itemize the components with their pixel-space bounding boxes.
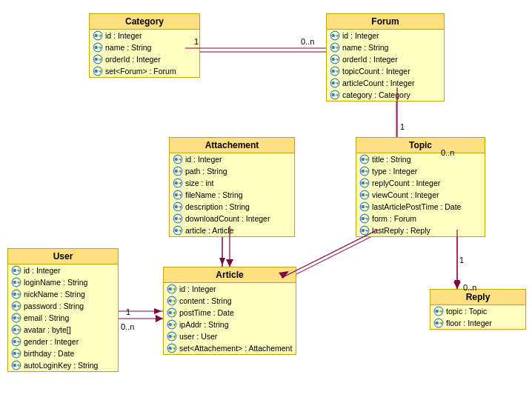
field-text: birthday : Date [24, 349, 74, 358]
field-text: avatar : byte[] [24, 325, 71, 334]
svg-rect-158 [174, 324, 175, 326]
field-text: ipAddr : String [179, 320, 229, 329]
field-text: type : Integer [372, 167, 417, 176]
svg-point-76 [174, 229, 178, 233]
field-icon [11, 336, 21, 347]
field-icon [330, 78, 340, 88]
field-att-path: path : String [170, 165, 294, 177]
field-icon [173, 166, 183, 176]
field-topic-type: type : Integer [356, 165, 485, 177]
field-text: content : String [179, 296, 232, 305]
svg-rect-37 [336, 59, 339, 59]
svg-rect-142 [19, 365, 19, 367]
field-icon [93, 42, 103, 53]
class-reply-header: Reply [430, 290, 525, 305]
svg-point-168 [435, 310, 439, 313]
field-icon [167, 319, 177, 330]
field-icon [330, 42, 340, 53]
field-reply-topic: topic : Topic [430, 305, 525, 317]
field-text: title : String [372, 155, 411, 164]
svg-rect-90 [367, 182, 368, 184]
field-icon [359, 213, 370, 224]
svg-rect-30 [337, 35, 338, 37]
field-text: topic : Topic [446, 307, 487, 316]
field-text: size : int [185, 179, 214, 187]
field-text: fileName : String [185, 190, 243, 199]
field-forum-articlecount: articleCount : Integer [327, 77, 444, 89]
field-text: name : String [342, 43, 388, 52]
field-icon [11, 360, 21, 370]
svg-rect-101 [365, 218, 368, 219]
svg-rect-50 [337, 94, 338, 96]
field-text: articleCount : Integer [342, 79, 414, 87]
class-attachement-header: Attachement [170, 138, 294, 153]
svg-point-88 [361, 182, 365, 185]
field-icon [11, 265, 21, 276]
field-forum-id: id : Integer [327, 30, 444, 41]
svg-marker-182 [156, 315, 163, 322]
svg-marker-7 [154, 308, 162, 314]
svg-rect-118 [19, 293, 19, 296]
field-text: floor : Integer [446, 319, 492, 327]
svg-rect-70 [180, 206, 181, 208]
svg-marker-3 [454, 280, 460, 287]
field-icon [11, 325, 21, 335]
svg-text:0..n: 0..n [121, 322, 134, 331]
svg-rect-54 [180, 159, 181, 161]
field-category-name: name : String [90, 41, 199, 53]
svg-point-16 [94, 46, 98, 50]
svg-point-52 [174, 158, 178, 162]
svg-rect-98 [367, 206, 368, 208]
svg-rect-38 [337, 59, 338, 61]
svg-rect-33 [336, 47, 339, 47]
field-icon [173, 202, 183, 212]
svg-marker-5 [219, 258, 225, 265]
svg-marker-178 [453, 282, 461, 289]
svg-rect-85 [365, 170, 368, 171]
svg-point-164 [168, 347, 172, 350]
svg-point-40 [331, 70, 335, 73]
field-text: postTime : Date [179, 308, 234, 317]
field-icon [167, 296, 177, 306]
svg-point-144 [168, 287, 172, 291]
svg-rect-26 [100, 70, 101, 73]
svg-rect-89 [365, 182, 368, 183]
svg-point-132 [13, 340, 16, 344]
field-user-password: password : String [8, 300, 118, 312]
svg-rect-122 [19, 305, 19, 307]
field-topic-lastreply: lastReply : Reply [356, 224, 485, 236]
field-icon [359, 154, 370, 164]
field-category-setforum: set<Forum> : Forum [90, 65, 199, 77]
svg-rect-126 [19, 317, 19, 319]
svg-rect-18 [100, 47, 101, 49]
field-text: viewCount : Integer [372, 190, 439, 199]
svg-rect-166 [174, 347, 175, 350]
field-article-setattachement: set<Attachement> : Attachement [164, 342, 296, 354]
field-user-id: id : Integer [8, 264, 118, 276]
field-icon [173, 225, 183, 236]
field-forum-name: name : String [327, 41, 444, 53]
field-icon [11, 277, 21, 287]
svg-point-172 [435, 322, 439, 325]
field-text: id : Integer [185, 155, 222, 164]
field-icon [433, 318, 444, 328]
svg-rect-150 [174, 300, 175, 302]
field-text: id : Integer [24, 266, 61, 275]
field-icon [359, 190, 370, 200]
field-text: article : Article [185, 226, 233, 235]
field-icon [167, 343, 177, 353]
field-icon [359, 178, 370, 188]
svg-rect-74 [180, 218, 181, 220]
svg-rect-154 [174, 312, 175, 314]
svg-point-124 [13, 316, 16, 320]
class-reply: Reply topic : Topic floor : Integer [430, 289, 526, 330]
field-text: set<Attachement> : Attachement [179, 344, 292, 353]
svg-point-108 [13, 269, 16, 273]
svg-point-140 [13, 364, 16, 367]
svg-point-44 [331, 81, 335, 85]
field-category-orderid: orderId : Integer [90, 53, 199, 65]
field-text: id : Integer [179, 284, 216, 293]
field-text: description : String [185, 202, 250, 211]
field-text: password : String [24, 302, 84, 310]
field-icon [433, 306, 444, 316]
